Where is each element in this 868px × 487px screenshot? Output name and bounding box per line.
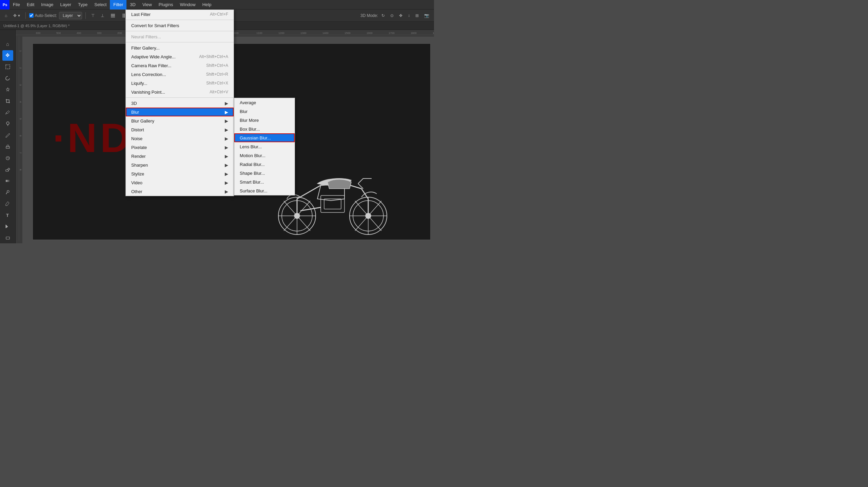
svg-line-39 — [6, 192, 7, 194]
tool-shape[interactable] — [2, 232, 13, 243]
submenu-item-shape-blur[interactable]: Shape Blur... — [234, 169, 295, 177]
tool-brush[interactable] — [2, 130, 13, 141]
menu-item-pixelate[interactable]: Pixelate ▶ — [126, 143, 234, 152]
svg-rect-6 — [124, 14, 125, 18]
submenu-item-box-blur[interactable]: Box Blur... — [234, 125, 295, 133]
separator — [126, 20, 234, 20]
layer-select[interactable]: Layer Group — [59, 12, 82, 19]
menu-item-3d[interactable]: 3D ▶ — [126, 99, 234, 108]
3d-mode-label: 3D Mode: — [360, 13, 378, 18]
menu-plugins[interactable]: Plugins — [155, 0, 177, 10]
menu-type[interactable]: Type — [75, 0, 91, 10]
menu-item-video[interactable]: Video ▶ — [126, 178, 234, 187]
app-icon: Ps — [0, 0, 9, 10]
menu-item-last-filter[interactable]: Last Filter Alt+Ctrl+F — [126, 10, 234, 19]
tool-move[interactable]: ✥ — [2, 50, 13, 61]
svg-text:1600: 1600 — [367, 32, 373, 35]
menu-window[interactable]: Window — [176, 0, 199, 10]
menu-item-convert-smart[interactable]: Convert for Smart Filters — [126, 21, 234, 30]
tool-gradient[interactable] — [2, 175, 13, 186]
submenu-item-average[interactable]: Average — [234, 98, 295, 107]
tool-stamp[interactable] — [2, 141, 13, 152]
align-vert-button[interactable] — [108, 12, 118, 19]
separator — [126, 31, 234, 31]
tool-eraser[interactable] — [2, 164, 13, 175]
menu-item-other[interactable]: Other ▶ — [126, 187, 234, 196]
svg-text:3: 3 — [19, 84, 22, 86]
svg-rect-4 — [111, 17, 115, 17]
move-options-button[interactable]: ✥ ▾ — [11, 12, 22, 19]
3d-pan-button[interactable]: ✥ — [397, 12, 405, 19]
menu-item-distort[interactable]: Distort ▶ — [126, 125, 234, 134]
3d-scale-button[interactable]: ⊞ — [413, 12, 421, 19]
auto-select-checkbox[interactable] — [29, 13, 34, 18]
tool-pen[interactable] — [2, 199, 13, 209]
svg-text:Ps: Ps — [3, 3, 7, 7]
svg-text:1100: 1100 — [256, 32, 262, 35]
menu-file[interactable]: File — [9, 0, 23, 10]
svg-text:1300: 1300 — [300, 32, 307, 35]
tool-healing[interactable] — [2, 118, 13, 129]
menu-item-blur-gallery[interactable]: Blur Gallery ▶ — [126, 116, 234, 125]
auto-select-label: Auto-Select: — [29, 13, 57, 18]
menu-3d[interactable]: 3D — [126, 0, 139, 10]
menu-item-adaptive[interactable]: Adaptive Wide Angle... Alt+Shift+Ctrl+A — [126, 52, 234, 61]
submenu-item-motion-blur[interactable]: Motion Blur... — [234, 151, 295, 160]
menu-view[interactable]: View — [139, 0, 155, 10]
tool-history[interactable] — [2, 153, 13, 164]
svg-rect-37 — [6, 180, 10, 182]
svg-line-31 — [6, 113, 6, 114]
align-middle-button[interactable]: ⊥ — [99, 12, 106, 19]
submenu-item-lens-blur[interactable]: Lens Blur... — [234, 142, 295, 151]
menu-item-sharpen[interactable]: Sharpen ▶ — [126, 161, 234, 169]
menu-item-blur[interactable]: Blur ▶ — [126, 108, 234, 116]
menu-item-noise[interactable]: Noise ▶ — [126, 134, 234, 143]
tool-marquee[interactable] — [2, 61, 13, 72]
home-button[interactable]: ⌂ — [3, 12, 9, 19]
menu-image[interactable]: Image — [38, 0, 57, 10]
submenu-item-surface-blur[interactable]: Surface Blur... — [234, 186, 295, 195]
tool-magic-wand[interactable] — [2, 84, 13, 95]
menu-item-vanishing[interactable]: Vanishing Point... Alt+Ctrl+V — [126, 88, 234, 96]
menu-item-neural[interactable]: Neural Filters... — [126, 32, 234, 41]
tool-type[interactable]: T — [2, 210, 13, 221]
menu-edit[interactable]: Edit — [23, 0, 38, 10]
menu-filter[interactable]: Filter — [110, 0, 126, 10]
menu-item-render[interactable]: Render ▶ — [126, 152, 234, 161]
menu-item-filter-gallery[interactable]: Filter Gallery... — [126, 43, 234, 52]
ruler-corner — [0, 30, 16, 37]
3d-slide-button[interactable]: ↕ — [406, 12, 412, 19]
tool-home[interactable]: ⌂ — [2, 39, 13, 50]
3d-rotate-button[interactable]: ↻ — [379, 12, 387, 19]
submenu-item-radial-blur[interactable]: Radial Blur... — [234, 160, 295, 169]
tool-path-select[interactable] — [2, 221, 13, 232]
tool-crop[interactable] — [2, 96, 13, 107]
menu-select[interactable]: Select — [91, 0, 110, 10]
svg-text:8: 8 — [19, 169, 22, 171]
menu-help[interactable]: Help — [199, 0, 215, 10]
svg-rect-2 — [111, 14, 115, 15]
filter-dropdown: Last Filter Alt+Ctrl+F Convert for Smart… — [125, 10, 234, 196]
svg-text:600: 600 — [36, 32, 41, 35]
svg-text:1900: 1900 — [433, 32, 434, 35]
separator-2 — [85, 12, 86, 19]
menu-item-camera-raw[interactable]: Camera Raw Filter... Shift+Ctrl+A — [126, 61, 234, 70]
menu-layer[interactable]: Layer — [57, 0, 75, 10]
submenu-item-gaussian-blur[interactable]: Gaussian Blur... — [234, 133, 295, 142]
menu-item-liquify[interactable]: Liquify... Shift+Ctrl+X — [126, 79, 234, 88]
menu-item-lens-correction[interactable]: Lens Correction... Shift+Ctrl+R — [126, 70, 234, 79]
tool-eyedropper[interactable] — [2, 107, 13, 118]
align-top-button[interactable]: ⊤ — [89, 12, 97, 19]
tool-dodge[interactable] — [2, 187, 13, 198]
3d-roll-button[interactable]: ⊙ — [388, 12, 396, 19]
svg-marker-30 — [6, 88, 9, 91]
3d-camera-button[interactable]: 📷 — [422, 12, 431, 19]
tools-panel: ⌂ ✥ — [0, 37, 16, 243]
submenu-item-blur[interactable]: Blur — [234, 107, 295, 116]
svg-text:T: T — [6, 213, 9, 218]
submenu-item-smart-blur[interactable]: Smart Blur... — [234, 177, 295, 186]
submenu-item-blur-more[interactable]: Blur More — [234, 116, 295, 125]
menu-item-stylize[interactable]: Stylize ▶ — [126, 169, 234, 178]
menubar: Ps File Edit Image Layer Type Select Fil… — [0, 0, 434, 10]
tool-lasso[interactable] — [2, 73, 13, 84]
